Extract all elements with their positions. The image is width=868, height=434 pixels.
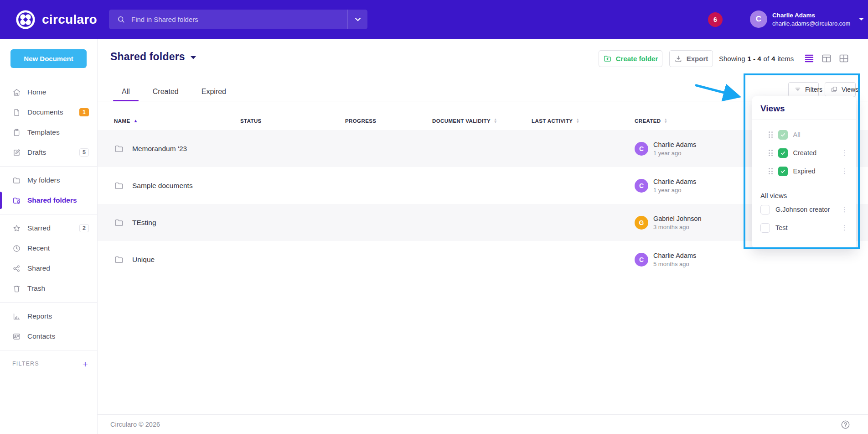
sidebar-item-contacts[interactable]: Contacts xyxy=(0,326,97,346)
windows-icon xyxy=(831,86,838,93)
divider xyxy=(0,166,97,167)
sidebar: New Document Home Documents 1 xyxy=(0,39,98,434)
user-avatar: C xyxy=(750,10,767,28)
create-folder-label: Create folder xyxy=(616,55,658,63)
user-name: Charlie Adams xyxy=(772,11,850,20)
created-cell: C Charlie Adams 5 months ago xyxy=(635,252,868,267)
sort-icon: ▲▼ xyxy=(576,118,579,124)
checkbox-unchecked[interactable] xyxy=(760,205,770,214)
download-icon xyxy=(674,55,682,63)
column-header-last-activity[interactable]: LAST ACTIVITY ▲▼ xyxy=(532,118,635,124)
folder-icon xyxy=(114,144,124,154)
kebab-menu-icon[interactable]: ⋮ xyxy=(839,167,850,175)
checkbox-checked[interactable] xyxy=(778,148,788,158)
filters-button[interactable]: Filters xyxy=(788,82,819,97)
folder-plus-icon xyxy=(603,54,612,63)
sidebar-item-label: Templates xyxy=(27,128,89,136)
divider xyxy=(0,214,97,214)
tab-all[interactable]: All xyxy=(110,82,141,101)
export-label: Export xyxy=(687,55,708,63)
filters-section-label: FILTERS xyxy=(12,361,83,367)
user-info: Charlie Adams charlie.adams@circularo.co… xyxy=(772,11,850,27)
sidebar-item-templates[interactable]: Templates xyxy=(0,122,97,142)
creator-name: Gabriel Johnson xyxy=(653,215,702,222)
sidebar-item-my-folders[interactable]: My folders xyxy=(0,170,97,190)
drafts-count-badge: 5 xyxy=(79,148,89,157)
column-header-status[interactable]: STATUS xyxy=(240,118,345,124)
views-panel-title: Views xyxy=(752,96,856,120)
tab-expired[interactable]: Expired xyxy=(190,82,238,101)
page-title-dropdown[interactable]: Shared folders xyxy=(110,51,196,63)
tab-created[interactable]: Created xyxy=(141,82,190,101)
sidebar-item-label: Documents xyxy=(27,108,79,116)
list-view-icon[interactable] xyxy=(804,53,815,64)
avatar: C xyxy=(635,179,648,193)
drag-handle-icon[interactable] xyxy=(769,168,773,174)
sidebar-item-documents[interactable]: Documents 1 xyxy=(0,102,97,122)
folder-name-cell: TEsting xyxy=(114,218,240,228)
export-button[interactable]: Export xyxy=(669,50,713,67)
view-option-created[interactable]: Created ⋮ xyxy=(759,144,850,162)
sort-asc-icon: ▲ xyxy=(133,119,138,123)
kebab-menu-icon[interactable]: ⋮ xyxy=(839,224,850,232)
add-filter-button[interactable]: + xyxy=(83,359,88,369)
filter-icon xyxy=(794,86,801,93)
column-header-name[interactable]: NAME▲ xyxy=(114,118,240,124)
chevron-down-icon xyxy=(858,17,864,21)
divider xyxy=(0,350,97,350)
kebab-menu-icon[interactable]: ⋮ xyxy=(839,205,850,214)
sidebar-item-shared[interactable]: Shared xyxy=(0,258,97,278)
new-document-button[interactable]: New Document xyxy=(10,49,87,68)
kebab-menu-icon[interactable]: ⋮ xyxy=(839,149,850,157)
folder-name-cell: Memorandum '23 xyxy=(114,144,240,154)
drag-handle-icon[interactable] xyxy=(769,150,773,156)
sidebar-item-recent[interactable]: Recent xyxy=(0,238,97,258)
sidebar-item-label: Starred xyxy=(27,224,79,232)
column-header-document-validity[interactable]: DOCUMENT VALIDITY ▲▼ xyxy=(432,118,532,124)
views-button[interactable]: Views xyxy=(825,82,856,97)
grid-view-icon[interactable] xyxy=(838,53,849,64)
view-option-label: Test xyxy=(775,224,834,231)
help-icon[interactable] xyxy=(840,419,851,430)
app-header: circularo 6 C Charlie Adams charlie.adam… xyxy=(0,0,868,39)
checkbox-checked[interactable] xyxy=(778,167,788,176)
sidebar-item-reports[interactable]: Reports xyxy=(0,306,97,326)
create-folder-button[interactable]: Create folder xyxy=(599,50,662,67)
sidebar-item-trash[interactable]: Trash xyxy=(0,278,97,298)
user-menu[interactable]: C Charlie Adams charlie.adams@circularo.… xyxy=(750,10,864,28)
sidebar-item-label: Contacts xyxy=(27,332,89,340)
sidebar-item-starred[interactable]: Starred 2 xyxy=(0,218,97,238)
view-option-label: All xyxy=(793,131,850,138)
sidebar-item-drafts[interactable]: Drafts 5 xyxy=(0,142,97,162)
table-view-icon[interactable] xyxy=(821,53,832,64)
search-icon xyxy=(117,15,125,24)
chevron-down-icon xyxy=(190,56,196,60)
sidebar-item-label: Reports xyxy=(27,312,89,320)
global-search[interactable] xyxy=(109,10,367,29)
views-button-label: Views xyxy=(842,86,858,93)
divider xyxy=(0,302,97,303)
view-option-all[interactable]: All xyxy=(759,125,850,144)
folder-name: Unique xyxy=(132,256,155,264)
checkbox-unchecked[interactable] xyxy=(760,223,770,233)
view-option-label: G.Johnson creator xyxy=(775,206,834,213)
drag-handle-icon[interactable] xyxy=(769,131,773,138)
view-option-label: Created xyxy=(793,149,834,157)
sidebar-item-shared-folders[interactable]: Shared folders xyxy=(0,190,97,210)
notification-badge[interactable]: 6 xyxy=(708,12,723,27)
view-option-expired[interactable]: Expired ⋮ xyxy=(759,162,850,180)
app-logo[interactable]: circularo xyxy=(15,9,97,30)
creator-name: Charlie Adams xyxy=(653,252,696,259)
edit-icon xyxy=(12,148,21,157)
search-scope-dropdown[interactable] xyxy=(347,10,367,29)
sidebar-item-label: Recent xyxy=(27,244,89,252)
page-title: Shared folders xyxy=(110,51,185,63)
search-input[interactable] xyxy=(131,16,347,23)
column-header-progress[interactable]: PROGRESS xyxy=(345,118,432,124)
checkbox-checked-disabled[interactable] xyxy=(778,130,788,140)
sidebar-item-label: Shared xyxy=(27,264,89,272)
created-time: 1 year ago xyxy=(653,187,696,193)
view-option-test[interactable]: Test ⋮ xyxy=(759,219,850,237)
sidebar-item-home[interactable]: Home xyxy=(0,82,97,102)
view-option-gjohnson-creator[interactable]: G.Johnson creator ⋮ xyxy=(759,200,850,219)
